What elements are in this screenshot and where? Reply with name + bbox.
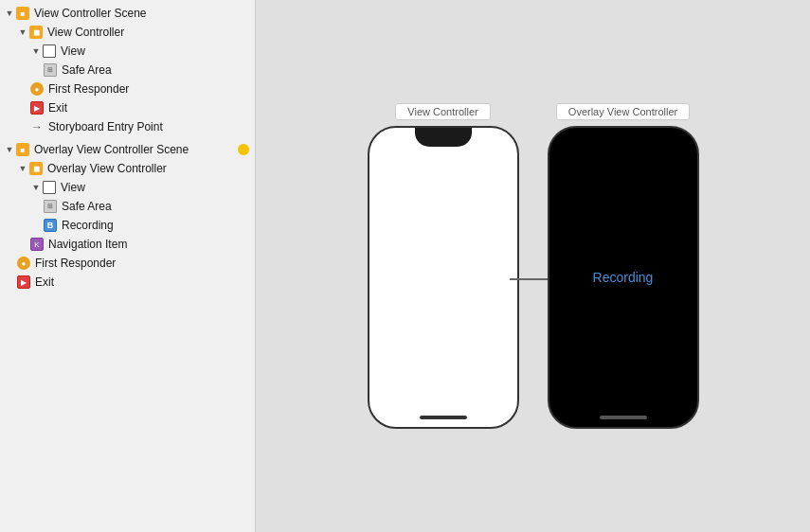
entry-point-label: Storyboard Entry Point	[48, 120, 163, 133]
safe-area1-label: Safe Area	[62, 63, 112, 77]
chevron-scene2: ▼	[4, 144, 15, 155]
first-responder1-item[interactable]: ● First Responder	[0, 80, 255, 98]
vc1-item[interactable]: ▼ ◼ View Controller	[0, 23, 255, 42]
first-responder2-label: First Responder	[35, 257, 116, 270]
exit1-label: Exit	[48, 101, 67, 115]
recording-label: Recording	[62, 219, 114, 232]
warning-dot	[238, 144, 249, 155]
vc2-item[interactable]: ▼ ◼ Overlay View Controller	[0, 159, 255, 178]
scene2-icon: ■	[16, 143, 29, 156]
storyboard-canvas: View Controller Overlay View Controller …	[256, 0, 810, 532]
entry-point-item[interactable]: → Storyboard Entry Point	[0, 117, 255, 136]
view2-icon	[43, 181, 56, 194]
phone2-group: Overlay View Controller Recording	[548, 103, 699, 429]
safe-area1-icon: ⊞	[44, 63, 57, 77]
phone2-mockup: Recording	[548, 126, 699, 429]
chevron-vc1: ▼	[17, 27, 28, 38]
scene1-header[interactable]: ▼ ■ View Controller Scene	[0, 4, 255, 23]
vc2-label: Overlay View Controller	[47, 162, 167, 175]
first-responder2-item[interactable]: ● First Responder	[0, 254, 255, 273]
chevron-scene1: ▼	[4, 8, 15, 19]
chevron-vc2: ▼	[17, 163, 28, 174]
vc2-icon: ◼	[29, 162, 43, 175]
first-responder1-icon: ●	[30, 82, 44, 96]
nav-item-icon: K	[30, 238, 44, 251]
phone2-content: Recording	[549, 128, 697, 427]
exit1-item[interactable]: ▶ Exit	[0, 98, 255, 117]
phone1-notch	[415, 128, 472, 147]
recording-display-text: Recording	[593, 270, 654, 285]
scene2-label: Overlay View Controller Scene	[34, 143, 189, 156]
safe-area2-item[interactable]: ⊞ Safe Area	[0, 197, 255, 216]
phone2-label: Overlay View Controller	[556, 103, 690, 120]
exit2-label: Exit	[35, 275, 54, 289]
phone1-content	[369, 128, 517, 427]
view1-icon	[43, 44, 56, 58]
recording-item[interactable]: B Recording	[0, 216, 255, 235]
safe-area2-label: Safe Area	[62, 200, 112, 213]
view1-item[interactable]: ▼ View	[0, 42, 255, 61]
nav-item-label: Navigation Item	[48, 238, 127, 251]
exit2-icon: ▶	[17, 275, 30, 289]
scene1-icon: ■	[16, 7, 29, 20]
phone1-group: View Controller	[368, 103, 519, 429]
vc1-label: View Controller	[47, 26, 124, 39]
document-outline[interactable]: ▼ ■ View Controller Scene ▼ ◼ View Contr…	[0, 0, 256, 532]
phone2-home-bar	[600, 416, 647, 419]
phone1-home-bar	[420, 416, 467, 419]
recording-icon: B	[44, 219, 57, 232]
view2-item[interactable]: ▼ View	[0, 178, 255, 197]
first-responder1-label: First Responder	[48, 82, 129, 96]
phone1-mockup	[368, 126, 519, 429]
chevron-view2: ▼	[30, 182, 42, 193]
vc1-icon: ◼	[29, 26, 43, 39]
chevron-view1: ▼	[30, 45, 42, 57]
phone1-label: View Controller	[395, 103, 490, 120]
first-responder2-icon: ●	[17, 257, 30, 270]
view2-label: View	[61, 181, 85, 194]
scene1-label: View Controller Scene	[34, 7, 147, 20]
exit1-icon: ▶	[30, 101, 44, 115]
view1-label: View	[61, 44, 85, 58]
safe-area2-icon: ⊞	[44, 200, 57, 213]
safe-area1-item[interactable]: ⊞ Safe Area	[0, 61, 255, 80]
exit2-item[interactable]: ▶ Exit	[0, 273, 255, 292]
canvas-phones-area: View Controller Overlay View Controller …	[368, 103, 699, 429]
nav-item[interactable]: K Navigation Item	[0, 235, 255, 254]
entry-point-icon: →	[30, 120, 44, 133]
scene2-header[interactable]: ▼ ■ Overlay View Controller Scene	[0, 140, 255, 159]
